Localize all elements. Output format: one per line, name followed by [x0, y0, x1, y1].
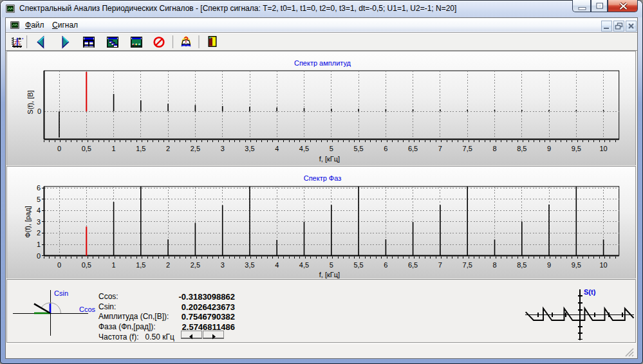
svg-text:Ф(f), [рад]: Ф(f), [рад] — [24, 206, 32, 238]
svg-text:3: 3 — [37, 218, 41, 226]
svg-text:3: 3 — [221, 145, 225, 152]
svg-text:1,5: 1,5 — [136, 261, 145, 269]
svg-text:8,5: 8,5 — [517, 145, 527, 152]
svg-text:0,5: 0,5 — [82, 261, 91, 269]
svg-text:1: 1 — [37, 241, 41, 248]
svg-text:5,5: 5,5 — [353, 145, 363, 152]
svg-text:Спектр Фаз: Спектр Фаз — [304, 174, 342, 182]
svg-text:1: 1 — [112, 261, 116, 269]
svg-text:5: 5 — [37, 196, 41, 203]
svg-text:Спектр амплитуд: Спектр амплитуд — [294, 59, 351, 67]
svg-text:5: 5 — [330, 261, 333, 269]
svg-text:4: 4 — [275, 145, 279, 152]
svg-text:4: 4 — [37, 206, 41, 214]
svg-text:0: 0 — [37, 252, 41, 260]
svg-text:6: 6 — [37, 184, 41, 192]
svg-text:10: 10 — [599, 145, 607, 152]
svg-text:3: 3 — [221, 261, 225, 269]
svg-text:5,5: 5,5 — [353, 261, 363, 269]
svg-text:6: 6 — [384, 261, 387, 269]
svg-text:0: 0 — [37, 107, 41, 115]
svg-text:3,5: 3,5 — [245, 145, 254, 152]
svg-text:2,5: 2,5 — [191, 145, 200, 152]
svg-text:10: 10 — [599, 261, 607, 269]
svg-text:1: 1 — [112, 145, 116, 152]
svg-text:2: 2 — [166, 261, 170, 269]
svg-text:7,5: 7,5 — [463, 261, 472, 269]
svg-text:Ccos: Ccos — [79, 305, 96, 313]
svg-text:0: 0 — [57, 145, 61, 152]
svg-text:9,5: 9,5 — [572, 145, 581, 152]
svg-text:6,5: 6,5 — [408, 261, 418, 269]
svg-text:6: 6 — [384, 145, 387, 152]
svg-text:2,5: 2,5 — [191, 261, 200, 269]
svg-text:2: 2 — [166, 145, 170, 152]
svg-text:f, [кГц]: f, [кГц] — [319, 271, 340, 278]
svg-text:8: 8 — [492, 261, 496, 269]
svg-text:7,5: 7,5 — [463, 145, 472, 152]
svg-text:3,5: 3,5 — [245, 261, 254, 269]
svg-text:7: 7 — [438, 145, 442, 152]
svg-text:9: 9 — [547, 145, 551, 152]
svg-text:6,5: 6,5 — [408, 145, 418, 152]
svg-text:S(f), [В]: S(f), [В] — [26, 90, 34, 114]
svg-text:4,5: 4,5 — [299, 261, 309, 269]
svg-text:1,5: 1,5 — [136, 145, 145, 152]
svg-text:7: 7 — [438, 261, 442, 269]
svg-text:8: 8 — [492, 145, 496, 152]
svg-text:9,5: 9,5 — [572, 261, 581, 269]
svg-text:S(t): S(t) — [584, 288, 596, 296]
svg-text:2: 2 — [37, 229, 41, 237]
svg-text:4: 4 — [275, 261, 279, 269]
svg-text:Csin: Csin — [54, 289, 68, 297]
svg-text:4,5: 4,5 — [299, 145, 309, 152]
svg-text:9: 9 — [547, 261, 551, 269]
svg-text:0,5: 0,5 — [82, 145, 91, 152]
svg-text:0: 0 — [57, 261, 61, 269]
svg-text:8,5: 8,5 — [517, 261, 527, 269]
svg-text:f, [кГц]: f, [кГц] — [319, 155, 340, 163]
svg-text:?: ? — [184, 35, 189, 44]
svg-text:5: 5 — [330, 145, 333, 152]
